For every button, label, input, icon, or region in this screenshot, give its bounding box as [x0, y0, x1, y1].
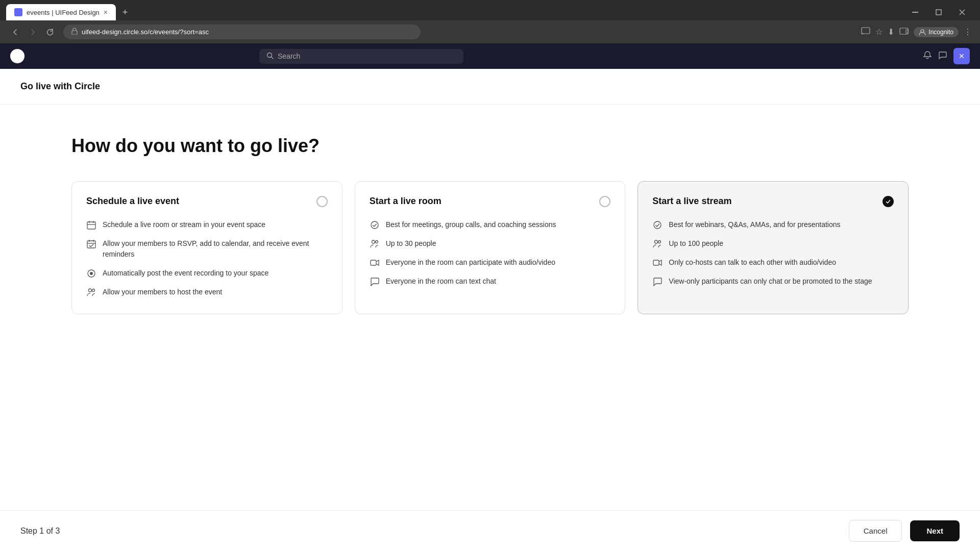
- chat-icon[interactable]: [938, 51, 947, 62]
- main-question: How do you want to go live?: [71, 135, 909, 157]
- incognito-badge: Incognito: [914, 27, 959, 37]
- svg-rect-5: [862, 28, 870, 34]
- lock-icon: [71, 28, 78, 36]
- list-item: Allow your members to host the event: [86, 287, 328, 297]
- url-box[interactable]: uifeed-design.circle.so/c/eveents/?sort=…: [63, 24, 421, 39]
- option-header-room: Start a live room: [370, 196, 611, 207]
- svg-point-22: [89, 289, 92, 292]
- svg-point-28: [885, 198, 892, 205]
- check-circle-icon: [370, 220, 380, 230]
- app-search[interactable]: Search: [259, 49, 463, 64]
- close-modal-button[interactable]: ×: [953, 48, 970, 64]
- tab-bar: eveents | UIFeed Design × +: [0, 0, 980, 20]
- list-item: Everyone in the room can participate wit…: [370, 257, 611, 268]
- svg-rect-4: [72, 31, 77, 35]
- list-item: Allow your members to RSVP, add to calen…: [86, 238, 328, 260]
- list-item: Schedule a live room or stream in your e…: [86, 219, 328, 230]
- tab-title: eveents | UIFeed Design: [27, 9, 100, 16]
- option-title-schedule: Schedule a live event: [86, 196, 179, 207]
- list-item: Only co-hosts can talk to each other wit…: [652, 257, 894, 268]
- next-button[interactable]: Next: [910, 520, 960, 541]
- radio-room[interactable]: [599, 196, 610, 207]
- list-item: View-only participants can only chat or …: [652, 276, 894, 287]
- tab-favicon: [14, 8, 22, 16]
- minimize-button[interactable]: [903, 4, 927, 20]
- svg-rect-27: [371, 260, 376, 265]
- svg-rect-0: [912, 12, 918, 13]
- svg-point-24: [371, 221, 378, 229]
- download-icon[interactable]: ⬇: [888, 27, 894, 37]
- svg-point-31: [658, 241, 661, 243]
- svg-rect-8: [906, 30, 908, 33]
- option-card-room[interactable]: Start a live room Best for meetings, gro…: [355, 181, 626, 314]
- list-item: Everyone in the room can text chat: [370, 276, 611, 287]
- chat-bubble-icon: [370, 277, 380, 287]
- notification-icon[interactable]: [923, 51, 932, 62]
- svg-rect-16: [87, 241, 95, 248]
- option-card-stream[interactable]: Start a live stream Best for webinars, Q…: [638, 181, 909, 314]
- calendar-icon: [86, 220, 96, 230]
- modal-header: Go live with Circle: [0, 69, 980, 105]
- options-grid: Schedule a live event Schedule a live ro…: [71, 181, 909, 314]
- feature-list-schedule: Schedule a live room or stream in your e…: [86, 219, 328, 297]
- tab-close-button[interactable]: ×: [104, 9, 108, 16]
- url-text: uifeed-design.circle.so/c/eveents/?sort=…: [82, 28, 209, 36]
- reload-button[interactable]: [43, 25, 57, 39]
- devices-icon[interactable]: [899, 27, 909, 37]
- radio-stream-selected[interactable]: [883, 196, 894, 207]
- svg-point-21: [90, 272, 93, 275]
- feature-list-stream: Best for webinars, Q&As, AMAs, and for p…: [652, 219, 894, 287]
- active-tab[interactable]: eveents | UIFeed Design ×: [6, 4, 116, 20]
- people-icon-2: [370, 239, 380, 249]
- people-icon: [86, 287, 96, 297]
- modal-title: Go live with Circle: [20, 81, 960, 92]
- option-card-schedule[interactable]: Schedule a live event Schedule a live ro…: [71, 181, 342, 314]
- forward-button[interactable]: [26, 25, 40, 39]
- cancel-button[interactable]: Cancel: [849, 520, 902, 542]
- svg-line-11: [272, 57, 274, 59]
- step-indicator: Step 1 of 3: [20, 527, 60, 536]
- nav-buttons: [8, 25, 57, 39]
- close-button[interactable]: [950, 4, 974, 20]
- footer-actions: Cancel Next: [849, 520, 960, 542]
- modal-footer: Step 1 of 3 Cancel Next: [0, 510, 980, 551]
- chat-bubble-icon-2: [652, 277, 663, 287]
- list-item: Best for meetings, group calls, and coac…: [370, 219, 611, 230]
- check-circle-icon-2: [652, 220, 663, 230]
- radio-schedule[interactable]: [316, 196, 328, 207]
- svg-rect-12: [87, 222, 95, 229]
- svg-point-26: [375, 241, 378, 243]
- content-area: How do you want to go live? Schedule a l…: [0, 105, 980, 375]
- search-icon: [266, 52, 274, 61]
- option-title-room: Start a live room: [370, 196, 442, 207]
- video-icon-2: [652, 258, 663, 268]
- list-item: Up to 30 people: [370, 238, 611, 249]
- list-item: Up to 100 people: [652, 238, 894, 249]
- calendar-check-icon: [86, 239, 96, 249]
- svg-point-30: [655, 240, 658, 243]
- svg-point-23: [92, 289, 95, 292]
- video-icon: [370, 258, 380, 268]
- browser-actions: ☆ ⬇ Incognito ⋮: [861, 27, 972, 37]
- svg-point-25: [372, 240, 375, 243]
- app-topbar: Search ×: [0, 43, 980, 69]
- address-bar: uifeed-design.circle.so/c/eveents/?sort=…: [0, 20, 980, 43]
- app-logo: [10, 49, 24, 63]
- search-placeholder-text: Search: [278, 52, 300, 60]
- svg-point-29: [654, 221, 661, 229]
- record-icon: [86, 268, 96, 279]
- topbar-actions: ×: [923, 48, 970, 64]
- restore-button[interactable]: [927, 4, 950, 20]
- page-container: Go live with Circle How do you want to g…: [0, 69, 980, 551]
- option-header-schedule: Schedule a live event: [86, 196, 328, 207]
- feature-list-room: Best for meetings, group calls, and coac…: [370, 219, 611, 287]
- list-item: Best for webinars, Q&As, AMAs, and for p…: [652, 219, 894, 230]
- menu-icon[interactable]: ⋮: [964, 27, 972, 37]
- back-button[interactable]: [8, 25, 22, 39]
- list-item: Automatically post the event recording t…: [86, 268, 328, 279]
- svg-rect-1: [936, 10, 941, 15]
- people-icon-3: [652, 239, 663, 249]
- cast-icon[interactable]: [861, 27, 870, 37]
- star-icon[interactable]: ☆: [875, 27, 883, 37]
- new-tab-button[interactable]: +: [118, 5, 132, 19]
